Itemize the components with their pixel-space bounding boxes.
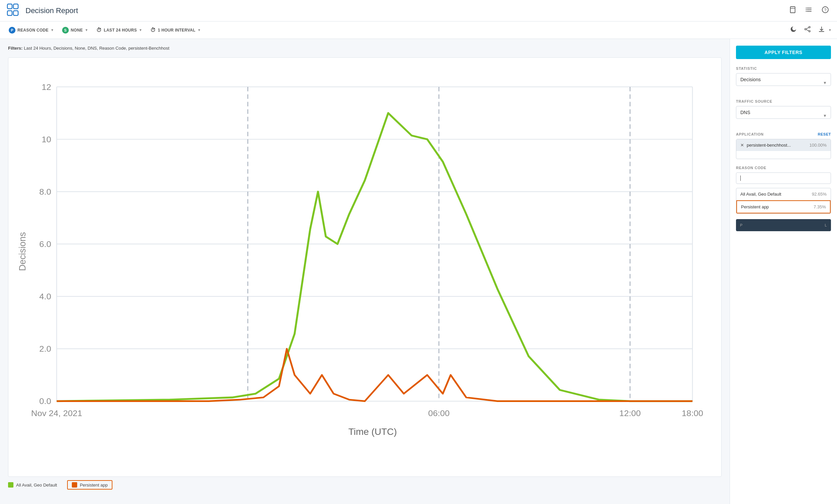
- green-swatch: [8, 482, 14, 488]
- chart-area: Filters: Last 24 Hours, Decisions, None,…: [0, 39, 730, 504]
- statistic-select-wrapper: Decisions Requests Availability ▼: [736, 73, 831, 93]
- bookmark-button[interactable]: [788, 5, 798, 16]
- help-button[interactable]: ?: [820, 5, 830, 16]
- svg-point-10: [806, 10, 806, 10]
- traffic-source-select[interactable]: DNS All HTTP HTTPS: [736, 106, 831, 119]
- svg-text:10: 10: [42, 134, 51, 144]
- svg-text:?: ?: [824, 8, 826, 13]
- legend-label-green: All Avail, Geo Default: [16, 483, 57, 488]
- svg-text:8.0: 8.0: [39, 187, 51, 196]
- clock-icon: ⏱: [96, 27, 102, 33]
- svg-text:Nov 24, 2021: Nov 24, 2021: [31, 409, 82, 418]
- application-name: persistent-benchhost...: [747, 143, 791, 148]
- svg-point-11: [806, 11, 806, 12]
- svg-point-15: [805, 29, 806, 30]
- svg-point-14: [809, 26, 810, 28]
- dark-mode-button[interactable]: [789, 24, 798, 36]
- bookmark-icon: [789, 6, 797, 14]
- time-range-filter-button[interactable]: ⏱ LAST 24 HOURS ▼: [93, 25, 146, 35]
- filters-line: Filters: Last 24 Hours, Decisions, None,…: [8, 46, 722, 51]
- reason-code-list: All Avail, Geo Default 92.65% Persistent…: [736, 188, 831, 214]
- none-chevron: ▼: [85, 28, 88, 32]
- reason-code-label: REASON CODE: [17, 28, 49, 33]
- orange-line: [57, 349, 692, 401]
- reason-code-name-1: Persistent app: [741, 204, 769, 210]
- statistic-select[interactable]: Decisions Requests Availability: [736, 73, 831, 86]
- y-axis-label: Decisions: [17, 232, 28, 271]
- svg-text:6.0: 6.0: [39, 239, 51, 249]
- svg-text:4.0: 4.0: [39, 292, 51, 301]
- svg-point-9: [806, 8, 806, 8]
- logo: [7, 3, 20, 18]
- download-button[interactable]: [817, 24, 826, 36]
- traffic-source-select-wrapper: DNS All HTTP HTTPS ▼: [736, 106, 831, 126]
- svg-point-16: [809, 31, 810, 32]
- none-filter-button[interactable]: S NONE ▼: [59, 25, 92, 36]
- svg-text:0.0: 0.0: [39, 397, 51, 406]
- download-chevron: ▼: [828, 28, 832, 32]
- svg-rect-4: [790, 7, 795, 13]
- application-item-left: ✕ persistent-benchhost...: [740, 143, 791, 148]
- application-remove-button[interactable]: ✕: [740, 143, 744, 148]
- share-icon: [804, 26, 811, 33]
- svg-text:Time (UTC): Time (UTC): [349, 427, 397, 436]
- green-line: [57, 113, 692, 401]
- none-label: NONE: [71, 28, 83, 33]
- reason-code-input-wrapper[interactable]: [736, 173, 831, 184]
- dark-bar-l: L: [824, 223, 827, 227]
- svg-text:12:00: 12:00: [619, 409, 641, 418]
- svg-text:18:00: 18:00: [682, 409, 703, 418]
- application-header: APPLICATION RESET: [736, 132, 831, 136]
- chart-svg: Decisions 12 10 8.0 6.0 4.0 2.0 0.0: [14, 65, 716, 438]
- time-range-label: LAST 24 HOURS: [104, 28, 137, 33]
- svg-text:06:00: 06:00: [428, 409, 450, 418]
- reason-code-icon: P: [9, 27, 15, 34]
- svg-rect-2: [7, 11, 12, 15]
- traffic-source-label: TRAFFIC SOURCE: [736, 99, 831, 103]
- reason-code-pct-0: 92.65%: [812, 192, 826, 197]
- application-reset-button[interactable]: RESET: [818, 132, 831, 136]
- list-icon: [805, 6, 813, 14]
- svg-text:2.0: 2.0: [39, 344, 51, 353]
- application-pct: 100.00%: [809, 143, 826, 148]
- reason-code-input[interactable]: [741, 176, 826, 181]
- header-icons: ?: [788, 5, 830, 16]
- interval-chevron: ▼: [197, 28, 201, 32]
- reason-code-item-1[interactable]: Persistent app 7.35%: [736, 200, 831, 213]
- header: Decision Report ?: [0, 0, 837, 21]
- toolbar: P REASON CODE ▼ S NONE ▼ ⏱ LAST 24 HOURS…: [0, 21, 837, 39]
- toolbar-actions: ▼: [789, 24, 832, 36]
- dark-bar-p: P: [740, 223, 743, 227]
- svg-line-17: [806, 28, 809, 29]
- reason-code-chevron: ▼: [51, 28, 54, 32]
- page-title: Decision Report: [25, 6, 788, 15]
- svg-line-18: [806, 30, 809, 31]
- reason-code-item-0[interactable]: All Avail, Geo Default 92.65%: [736, 188, 831, 200]
- share-button[interactable]: [803, 24, 812, 36]
- application-box: ✕ persistent-benchhost... 100.00%: [736, 139, 831, 159]
- right-sidebar: APPLY FILTERS STATISTIC Decisions Reques…: [730, 39, 837, 504]
- legend-item-green: All Avail, Geo Default: [8, 482, 57, 488]
- reason-code-pct-1: 7.35%: [814, 204, 826, 210]
- filters-label: Filters:: [8, 46, 22, 51]
- apply-filters-button[interactable]: APPLY FILTERS: [736, 46, 831, 59]
- legend-label-orange: Persistent app: [80, 483, 108, 488]
- help-icon: ?: [822, 6, 829, 14]
- application-item: ✕ persistent-benchhost... 100.00%: [736, 139, 831, 151]
- svg-rect-0: [7, 4, 12, 9]
- time-range-chevron: ▼: [139, 28, 142, 32]
- list-button[interactable]: [804, 5, 814, 16]
- logo-icon: [7, 3, 20, 17]
- interval-label: 1 HOUR INTERVAL: [158, 28, 195, 33]
- dark-bar: P L: [736, 219, 831, 231]
- statistic-label: STATISTIC: [736, 67, 831, 70]
- filters-values: Last 24 Hours, Decisions, None, DNS, Rea…: [24, 46, 170, 51]
- none-icon: S: [62, 27, 69, 34]
- moon-icon: [790, 26, 797, 33]
- application-label: APPLICATION: [736, 132, 764, 136]
- legend-item-orange: Persistent app: [67, 480, 112, 490]
- svg-rect-1: [14, 4, 18, 9]
- main-layout: Filters: Last 24 Hours, Decisions, None,…: [0, 39, 837, 504]
- interval-filter-button[interactable]: ⏱ 1 HOUR INTERVAL ▼: [147, 25, 204, 35]
- reason-code-filter-button[interactable]: P REASON CODE ▼: [5, 25, 57, 36]
